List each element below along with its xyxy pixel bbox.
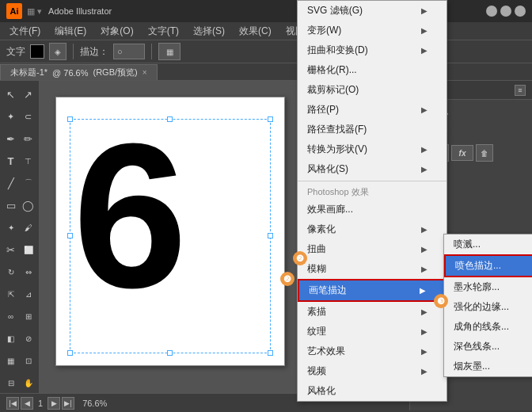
ctx-sub-spatter-stroke[interactable]: 喷色描边... [444,254,532,277]
ctx-pathfinder[interactable]: 路径查找器(F) [298,120,446,139]
ctx-stylize[interactable]: 风格化(S) ▶ [298,159,446,179]
ctx-warp[interactable]: 变形(W) ▶ [298,21,446,40]
menu-edit[interactable]: 编辑(E) [48,23,93,40]
close-button[interactable] [515,6,526,17]
tool-lasso[interactable]: ⊂ [20,106,37,127]
ctx-svg-filter[interactable]: SVG 滤镜(G) ▶ [298,1,446,21]
tool-slice[interactable]: ⊟ [2,372,20,393]
toolbar-type-label: 文字 [6,45,25,59]
ctx-crop-marks[interactable]: 裁剪标记(O) [298,80,446,100]
doc-tab-close[interactable]: × [142,68,147,77]
ctx-sketch[interactable]: 素描 ▶ [298,302,446,322]
menu-file[interactable]: 文件(F) [3,23,47,40]
tool-shear[interactable]: ⊿ [20,284,37,304]
app-logo: Ai [6,3,22,19]
toolbar: 文字 ◈ 描边： ▦ [0,40,532,63]
ctx-pixelate[interactable]: 像素化 ▶ [298,219,446,239]
status-nav: |◀ ◀ 1 ▶ ▶| [6,397,74,410]
ctx-rasterize[interactable]: 栅格化(R)... [298,60,446,80]
tool-eyedropper[interactable]: ⊘ [20,328,37,349]
doc-tab-mode: (RGB/预览) [93,67,137,78]
doc-tab-bar: 未标题-1* @ 76.6% (RGB/预览) × [0,63,532,81]
doc-tab-title: 未标题-1* [10,67,48,78]
ctx-arrow-12: ▶ [421,245,428,254]
tool-type[interactable]: T [2,151,20,171]
tool-graph[interactable]: ▦ [2,350,20,371]
tool-group-pen: ✦ ⊂ [2,106,37,127]
ctx-distort2[interactable]: 扭曲 ▶ [298,239,446,259]
menu-type[interactable]: 文字(T) [142,23,185,40]
ctx-sub-sumi-e[interactable]: 烟灰墨... [444,357,532,376]
doc-tab[interactable]: 未标题-1* @ 76.6% (RGB/预览) × [0,64,158,80]
ctx-texture[interactable]: 纹理 ▶ [298,322,446,341]
ctx-sub-splatter[interactable]: 喷溅... [444,235,532,254]
ctx-sub-accented-edges[interactable]: 强化的边缘... [444,297,532,317]
tool-gradient[interactable]: ◧ [2,328,20,349]
menu-select[interactable]: 选择(S) [187,23,231,40]
toolbar-color-swatch[interactable] [30,44,44,59]
tool-arc[interactable]: ⌒ [20,173,37,193]
tool-eraser[interactable]: ⬜ [20,239,37,260]
window-controls[interactable] [486,6,526,17]
tool-rotate[interactable]: ↻ [2,261,20,282]
tool-artboard[interactable]: ⊡ [20,350,37,371]
tool-group-type: T ⊤ [2,151,37,171]
tool-paint[interactable]: ✦ [2,217,20,238]
ctx-arrow-11: ▶ [421,225,428,234]
menu-object[interactable]: 对象(O) [94,23,139,40]
ctx-sep-1 [298,181,446,181]
ctx-path[interactable]: 路径(P) ▶ [298,100,446,120]
tool-ellipse[interactable]: ◯ [20,195,37,216]
tool-pen[interactable]: ✒ [2,128,20,149]
toolbar-panel-btn[interactable]: ▦ [158,43,180,60]
tool-scale[interactable]: ⇱ [2,284,20,304]
ctx-arrow-1: ▶ [421,26,428,35]
ctx-stylize2[interactable]: 风格化 [298,381,446,401]
nav-last-btn[interactable]: ▶| [62,397,74,410]
minimize-button[interactable] [486,6,497,17]
ctx-arrow-17: ▶ [421,347,428,356]
ctx-brush-stroke[interactable]: 画笔描边 ▶ [298,279,446,302]
ctx-sub-angled-strokes[interactable]: 成角的线条... [444,317,532,337]
tool-group-draw: ✒ ✏ [2,128,37,149]
tool-blend[interactable]: ∞ [2,306,20,326]
ctx-sub-ink-outline[interactable]: 墨水轮廓... [444,277,532,297]
toolbar-stroke-field[interactable] [113,44,145,59]
nav-next-btn[interactable]: ▶ [48,397,60,410]
tool-brush[interactable]: 🖌 [20,217,37,238]
ctx-video[interactable]: 视频 ▶ [298,361,446,381]
tool-select[interactable]: ↖ [2,84,20,105]
tool-scissors[interactable]: ✂ [2,239,20,260]
maximize-button[interactable] [500,6,511,17]
tool-hand[interactable]: ✋ [20,372,37,393]
panel-delete-btn[interactable]: 🗑 [476,144,493,162]
ctx-blur[interactable]: 模糊 ▶ [298,259,446,279]
nav-first-btn[interactable]: |◀ [6,397,19,410]
tool-mesh[interactable]: ⊞ [20,306,37,326]
panel-fx-btn[interactable]: fx [451,145,473,161]
app-title: Adobe Illustrator [48,6,112,16]
document-canvas: 6 [55,97,285,366]
nav-prev-btn[interactable]: ◀ [21,397,33,410]
ctx-arrow-14: ▶ [420,286,426,295]
ctx-distort[interactable]: 扭曲和变换(D) ▶ [298,40,446,60]
tool-line[interactable]: ╱ [2,173,20,193]
tool-group-slice: ⊟ ✋ [2,372,37,393]
tool-reflect[interactable]: ⇔ [20,261,37,282]
menu-effect[interactable]: 效果(C) [233,23,278,40]
tool-magic-wand[interactable]: ✦ [2,106,20,127]
tool-area-type[interactable]: ⊤ [20,151,37,171]
ctx-arrow-7: ▶ [421,145,428,154]
tool-direct-select[interactable]: ↗ [20,84,37,105]
tool-rect[interactable]: ▭ [2,195,20,216]
tool-group-select: ↖ ↗ [2,84,37,105]
ctx-effect-gallery[interactable]: 效果画廊... [298,200,446,219]
tool-pencil[interactable]: ✏ [20,128,37,149]
ctx-arrow-0: ▶ [421,6,428,15]
panel-options-btn[interactable]: ≡ [515,85,526,96]
toolbar-icon-btn-1[interactable]: ◈ [49,43,66,60]
ctx-sub-dark-strokes[interactable]: 深色线条... [444,337,532,357]
ctx-arrow-15: ▶ [421,307,428,316]
ctx-artistic[interactable]: 艺术效果 ▶ [298,341,446,361]
ctx-convert-shape[interactable]: 转换为形状(V) ▶ [298,139,446,159]
